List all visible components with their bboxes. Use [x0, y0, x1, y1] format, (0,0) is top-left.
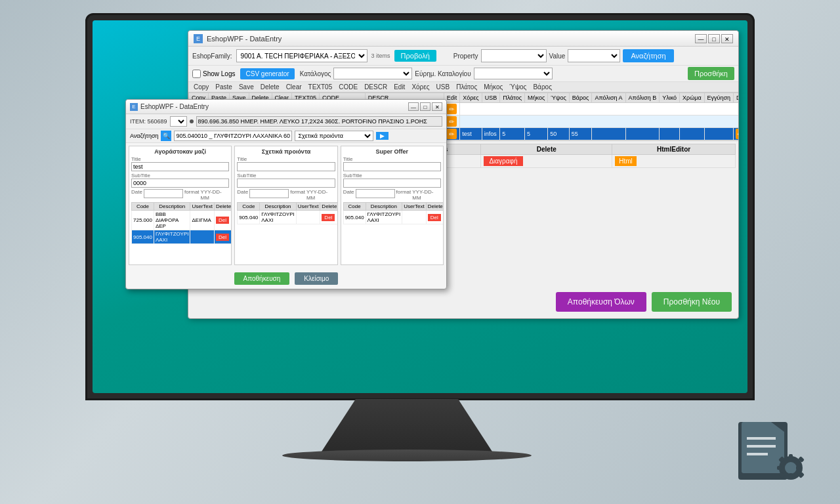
- eurim-dropdown[interactable]: [474, 68, 553, 79]
- details-icon-3[interactable]: •••: [736, 129, 738, 139]
- show-logs-row: Show Logs: [192, 70, 235, 78]
- search-category-dropdown[interactable]: Σχετικά προιόντα: [295, 131, 373, 141]
- minimize-button[interactable]: —: [695, 34, 707, 43]
- prosthiki-neou-button[interactable]: Προσθήκη Νέου: [652, 292, 732, 312]
- col2-delete-btn-1[interactable]: Del: [322, 214, 335, 221]
- col1-cell-del-1[interactable]: Del: [215, 211, 232, 230]
- col3-date-input[interactable]: [356, 189, 395, 198]
- col1-date-row: Date format ΥΥΥ-DD-MM: [131, 189, 229, 201]
- html-button[interactable]: Html: [615, 156, 637, 166]
- gear-tooth-top: [789, 454, 793, 459]
- col1-delete-btn-2[interactable]: Del: [216, 234, 229, 241]
- family-dropdown[interactable]: 9001 Α. TECH ΠΕΡΙΦΕΡΙΑΚΑ - ΑΞΕΣΟΥΑΡ PC: [236, 49, 368, 62]
- inner-titlebar: E EshopWPF - DataEntry — □ ✕: [126, 100, 446, 114]
- item-id: ITEM: 560689: [130, 118, 167, 125]
- th-xroma: Χρώμα: [680, 93, 705, 103]
- cell-eggyisi-3: [704, 128, 734, 140]
- diagrafi-button[interactable]: Διαγραφή: [484, 156, 522, 166]
- col1-th-usertext: UserText: [190, 203, 215, 211]
- col1-title-input[interactable]: [131, 162, 229, 171]
- value-dropdown[interactable]: [568, 49, 620, 62]
- cell-apol-b-3: [625, 128, 660, 140]
- col2-cell-del-1[interactable]: Del: [320, 211, 338, 224]
- edit-icon-2[interactable]: ✏: [446, 116, 457, 127]
- cell-val50: 50: [548, 128, 569, 140]
- cell-details-3[interactable]: •••: [734, 128, 738, 140]
- col3-delete-btn-1[interactable]: Del: [428, 214, 441, 221]
- inner-save-button[interactable]: Αποθήκευση: [234, 272, 290, 285]
- col1-subtitle-input[interactable]: [131, 178, 229, 188]
- lang-select[interactable]: En: [170, 116, 187, 127]
- desc-delete[interactable]: Διαγραφή: [481, 155, 612, 168]
- inner-close-button[interactable]: Κλείσιμο: [295, 272, 338, 285]
- col3-subtitle-input[interactable]: [343, 178, 441, 188]
- inner-minimize-button[interactable]: —: [408, 102, 419, 111]
- th-platos: Πλάτος: [500, 93, 525, 103]
- provolh-button[interactable]: Προβολή: [394, 50, 436, 62]
- th-yliko: Υλικό: [660, 93, 680, 103]
- col2-title-label: Title: [237, 156, 335, 162]
- gear-inner: [785, 462, 797, 474]
- col2-title-input[interactable]: [237, 162, 335, 171]
- col1-th-code: Code: [132, 203, 154, 211]
- paste-label: Paste: [213, 83, 235, 91]
- th-usb: USB: [482, 93, 500, 103]
- col2-date-input[interactable]: [249, 189, 289, 198]
- doc-icon-svg: [735, 419, 814, 484]
- col2-subtitle-input[interactable]: [237, 178, 335, 188]
- col2-date-label: Date: [237, 189, 248, 201]
- th-varos: Βάρος: [569, 93, 592, 103]
- inner-close-button[interactable]: ✕: [432, 102, 442, 111]
- top-controls-row: EshopFamily: 9001 Α. TECH ΠΕΡΙΦΕΡΙΑΚΑ - …: [188, 47, 738, 66]
- inner-bottom-buttons: Αποθήκευση Κλείσιμο: [126, 272, 446, 285]
- edit-icon-1[interactable]: ✏: [446, 104, 457, 114]
- prosthiki-top-button[interactable]: Προσθήκη: [688, 67, 734, 80]
- titlebar-app-icon: E: [194, 34, 203, 43]
- csv-generator-button[interactable]: CSV generator: [240, 68, 294, 79]
- cell-xroma-3: [680, 128, 705, 140]
- col1-cell-del-2[interactable]: Del: [215, 230, 232, 244]
- save-label: Save: [236, 83, 257, 91]
- col2-th-desc: Description: [260, 203, 297, 211]
- desc-html[interactable]: Html: [612, 155, 736, 168]
- varos-label: Βάρος: [530, 83, 555, 91]
- anazitisi-button[interactable]: Αναζήτηση: [623, 49, 673, 62]
- col3-format-value: ΥΥΥ-DD-MM: [412, 189, 441, 201]
- search-input[interactable]: [174, 131, 292, 141]
- usb-label: USB: [434, 83, 453, 91]
- th-apol-a: Απόλιση Α: [592, 93, 625, 103]
- col1-title-label: Title: [131, 156, 229, 162]
- col3-cell-code-1: 905.040: [343, 211, 366, 224]
- col1-date-input[interactable]: [144, 189, 183, 198]
- col3-panel: Super Offer Title SubTitle Date format Υ…: [341, 146, 444, 265]
- apothikeusi-button[interactable]: Αποθήκευση Όλων: [556, 292, 646, 312]
- col3-title-input[interactable]: [343, 162, 441, 171]
- edit-icon-3[interactable]: ✏: [446, 129, 457, 139]
- show-logs-checkbox[interactable]: [192, 70, 201, 78]
- search-button[interactable]: 🔍: [161, 131, 171, 141]
- property-dropdown[interactable]: [481, 49, 547, 62]
- inner-titlebar-icon: E: [130, 103, 138, 111]
- cell-empty-1: [460, 103, 738, 116]
- col3-cell-del-1[interactable]: Del: [426, 211, 444, 224]
- col2-subtitle-row: SubTitle: [237, 173, 335, 188]
- col3-title-row: Title: [343, 156, 441, 171]
- close-button[interactable]: ✕: [721, 34, 733, 43]
- inner-topbar: ITEM: 560689 En: [126, 114, 446, 129]
- mikos-label: Μήκος: [481, 83, 505, 91]
- cell-yliko-3: [660, 128, 680, 140]
- main-window-title: EshopWPF - DataEntry: [207, 35, 695, 43]
- col1-date-label: Date: [131, 189, 142, 201]
- col2-table: Code Description UserText Delete 905.040…: [237, 202, 337, 224]
- maximize-button[interactable]: □: [708, 34, 720, 43]
- search-go-button[interactable]: ▶: [376, 132, 388, 140]
- col2-cell-usertext-1: [296, 211, 320, 224]
- inner-maximize-button[interactable]: □: [420, 102, 430, 111]
- document-settings-icon: [735, 419, 814, 484]
- col1-panel: Αγοράστοκαν μαζί Title SubTitle Date for…: [129, 146, 232, 265]
- code-input[interactable]: [196, 116, 442, 127]
- katalogos-dropdown[interactable]: [333, 68, 412, 79]
- col3-subtitle-label: SubTitle: [343, 173, 441, 178]
- main-titlebar: E EshopWPF - DataEntry — □ ✕: [188, 31, 738, 47]
- col1-delete-btn-1[interactable]: Del: [216, 217, 229, 224]
